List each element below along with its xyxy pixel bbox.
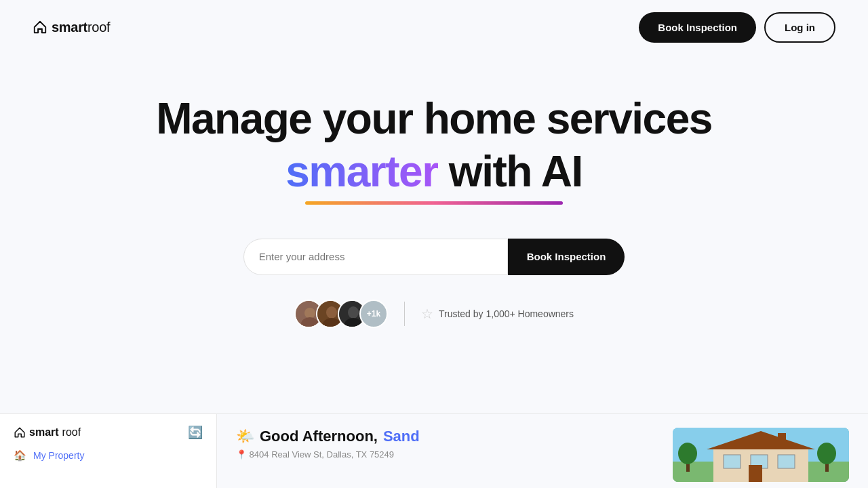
svg-point-1 bbox=[304, 308, 315, 319]
greeting-emoji: 🌤️ bbox=[236, 428, 254, 445]
clock-icon: 🔄 bbox=[188, 425, 203, 440]
address-input[interactable] bbox=[243, 239, 508, 275]
house-thumb-image bbox=[673, 428, 849, 482]
sidebar-logo-row: smartroof 🔄 bbox=[14, 425, 203, 440]
home-small-icon: 🏠 bbox=[14, 449, 26, 462]
sidebar-my-property[interactable]: 🏠 My Property bbox=[14, 449, 203, 462]
sidebar-logo-icon bbox=[14, 426, 26, 439]
bottom-preview: smartroof 🔄 🏠 My Property 🌤️ Good Aftern… bbox=[0, 413, 868, 488]
sidebar-my-property-label: My Property bbox=[33, 450, 84, 461]
greeting-section: 🌤️ Good Afternoon, Sand 📍 8404 Real View… bbox=[236, 428, 659, 460]
sidebar-logo-roof: roof bbox=[62, 426, 81, 439]
search-bar-container: Book Inspection bbox=[243, 239, 625, 275]
trust-text-row: ☆ Trusted by 1,000+ Homeowners bbox=[421, 306, 574, 322]
svg-point-4 bbox=[326, 306, 337, 319]
nav-buttons: Book Inspection Log in bbox=[639, 12, 835, 43]
svg-rect-15 bbox=[778, 455, 795, 468]
svg-point-7 bbox=[348, 306, 359, 319]
svg-point-18 bbox=[678, 443, 697, 464]
gradient-underline bbox=[305, 201, 563, 205]
hero-section: Manage your home services smarter with A… bbox=[0, 54, 868, 328]
svg-rect-21 bbox=[778, 433, 786, 447]
greeting-prefix: Good Afternoon, bbox=[260, 428, 378, 445]
sidebar-preview: smartroof 🔄 🏠 My Property bbox=[0, 413, 217, 488]
star-icon: ☆ bbox=[421, 306, 433, 322]
greeting-text: 🌤️ Good Afternoon, Sand bbox=[236, 428, 659, 445]
svg-rect-16 bbox=[749, 465, 762, 482]
trust-divider bbox=[404, 302, 405, 326]
house-thumb-svg bbox=[673, 428, 849, 482]
trust-text: Trusted by 1,000+ Homeowners bbox=[439, 308, 574, 319]
hero-smarter-text: smarter bbox=[285, 147, 437, 196]
login-button[interactable]: Log in bbox=[764, 12, 835, 43]
sidebar-logo-smart: smart bbox=[29, 426, 59, 439]
sidebar-logo: smartroof bbox=[14, 426, 81, 439]
address-text: 📍 8404 Real View St, Dallas, TX 75249 bbox=[236, 449, 659, 460]
underline-container bbox=[156, 201, 712, 205]
book-inspection-hero-button[interactable]: Book Inspection bbox=[508, 239, 625, 275]
house-thumbnail bbox=[673, 428, 849, 482]
logo-icon bbox=[33, 20, 47, 35]
hero-title-line2: smarter with AI bbox=[156, 148, 712, 195]
trust-row: +1k ☆ Trusted by 1,000+ Homeowners bbox=[294, 300, 574, 328]
hero-with-ai-text: with AI bbox=[438, 147, 583, 196]
hero-title-container: Manage your home services smarter with A… bbox=[156, 95, 712, 232]
avatar-count: +1k bbox=[359, 300, 388, 328]
logo: smartroof bbox=[33, 20, 110, 35]
hero-title-line1: Manage your home services bbox=[156, 95, 712, 142]
main-content-preview: 🌤️ Good Afternoon, Sand 📍 8404 Real View… bbox=[217, 413, 868, 488]
avatar-group: +1k bbox=[294, 300, 388, 328]
book-inspection-nav-button[interactable]: Book Inspection bbox=[639, 12, 756, 43]
greeting-name: Sand bbox=[383, 428, 420, 445]
logo-text: smartroof bbox=[52, 20, 110, 35]
svg-point-20 bbox=[817, 443, 836, 464]
svg-rect-13 bbox=[724, 455, 741, 468]
navbar: smartroof Book Inspection Log in bbox=[0, 0, 868, 54]
